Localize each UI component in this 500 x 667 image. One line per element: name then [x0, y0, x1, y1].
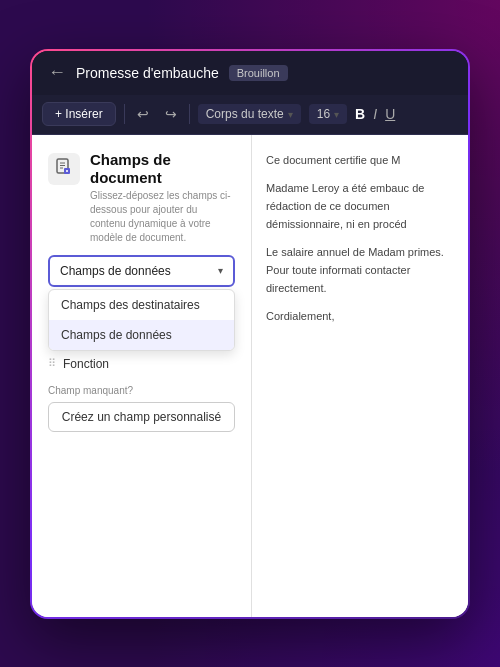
drag-icon-fonction: ⠿: [48, 357, 55, 370]
status-badge: Brouillon: [229, 65, 288, 81]
dropdown-option-recipients[interactable]: Champs des destinataires: [49, 290, 234, 320]
toolbar: + Insérer ↩ ↪ Corps du texte ▾ 16 ▾ B I …: [32, 95, 468, 135]
panel-header: Champs de document Glissez-déposez les c…: [48, 151, 235, 245]
dropdown-selected-value: Champs de données: [60, 264, 171, 278]
field-type-dropdown[interactable]: Champs de données ▾ Champs des destinata…: [48, 255, 235, 287]
doc-line-4: Cordialement,: [266, 307, 454, 325]
undo-button[interactable]: ↩: [133, 104, 153, 124]
document-content: Ce document certifie que M Madame Leroy …: [266, 151, 454, 326]
toolbar-divider-2: [189, 104, 190, 124]
title-bar: ← Promesse d'embauche Brouillon: [32, 51, 468, 95]
document-title: Promesse d'embauche: [76, 65, 219, 81]
panel-title-group: Champs de document Glissez-déposez les c…: [90, 151, 235, 245]
insert-label: + Insérer: [55, 107, 103, 121]
bold-button[interactable]: B: [355, 106, 365, 122]
dropdown-chevron-icon: ▾: [218, 265, 223, 276]
field-label-fonction: Fonction: [63, 357, 109, 371]
panel-subtitle: Glissez-déposez les champs ci-dessous po…: [90, 189, 235, 245]
font-size-select[interactable]: 16 ▾: [309, 104, 347, 124]
doc-line-1: Ce document certifie que M: [266, 151, 454, 169]
panel-title: Champs de document: [90, 151, 235, 187]
document-preview: Ce document certifie que M Madame Leroy …: [252, 135, 468, 617]
dropdown-trigger[interactable]: Champs de données ▾: [48, 255, 235, 287]
main-content: Champs de document Glissez-déposez les c…: [32, 135, 468, 617]
missing-field-label: Champ manquant?: [48, 385, 235, 396]
fields-panel: Champs de document Glissez-déposez les c…: [32, 135, 252, 617]
font-size-chevron: ▾: [334, 109, 339, 120]
doc-line-3: Le salaire annuel de Madam primes. Pour …: [266, 243, 454, 297]
redo-button[interactable]: ↪: [161, 104, 181, 124]
field-item-fonction[interactable]: ⠿ Fonction: [48, 351, 235, 377]
panel-icon-wrap: [48, 153, 80, 185]
document-icon: [55, 158, 73, 180]
create-custom-field-button[interactable]: Créez un champ personnalisé: [48, 402, 235, 432]
italic-button[interactable]: I: [373, 106, 377, 122]
font-name-select[interactable]: Corps du texte ▾: [198, 104, 301, 124]
font-name-chevron: ▾: [288, 109, 293, 120]
back-button[interactable]: ←: [48, 62, 66, 83]
insert-button[interactable]: + Insérer: [42, 102, 116, 126]
underline-button[interactable]: U: [385, 106, 395, 122]
dropdown-menu: Champs des destinataires Champs de donné…: [48, 289, 235, 351]
toolbar-divider: [124, 104, 125, 124]
doc-line-2: Madame Leroy a été embauc de rédaction d…: [266, 179, 454, 233]
dropdown-option-data[interactable]: Champs de données: [49, 320, 234, 350]
app-window: ← Promesse d'embauche Brouillon + Insére…: [30, 49, 470, 619]
